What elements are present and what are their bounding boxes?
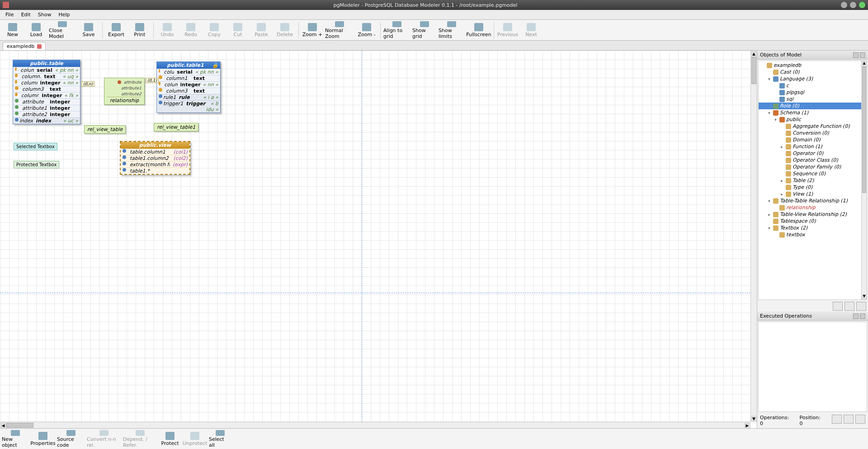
convert-rel-button[interactable]: Convert n-n rel. — [86, 430, 122, 449]
scroll-right-arrow[interactable]: ▶ — [744, 422, 750, 428]
scroll-thumb[interactable] — [6, 423, 33, 428]
view-object[interactable]: public.view table.column1(col1)table1.co… — [120, 141, 190, 175]
canvas-vertical-scrollbar[interactable]: ▲ ▼ — [750, 51, 757, 422]
tree-node[interactable]: Operator Family (0) — [759, 164, 867, 170]
delete-button[interactable]: Delete — [274, 21, 296, 40]
tree-node[interactable]: exampledb — [759, 62, 867, 69]
expand-icon[interactable]: ▾ — [767, 199, 772, 203]
operations-list[interactable] — [758, 322, 867, 412]
ops-clear-button[interactable] — [855, 415, 865, 424]
new-object-button[interactable]: New object — [1, 430, 29, 449]
tree-node[interactable]: textbox — [759, 231, 867, 238]
minimize-button[interactable] — [841, 2, 847, 8]
tree-node[interactable]: ▸Table-View Relationship (2) — [759, 211, 867, 218]
tree-node[interactable]: ▸Function (1) — [759, 143, 867, 150]
menu-help[interactable]: Help — [55, 11, 73, 19]
zoom-out-button[interactable]: Zoom - — [355, 21, 378, 40]
panel-menu-button[interactable] — [853, 313, 859, 319]
relationship-label[interactable]: attribute attribute1 attribute2 relation… — [104, 78, 145, 105]
scroll-up-arrow[interactable]: ▲ — [751, 51, 757, 57]
expand-icon[interactable]: ▾ — [767, 111, 772, 115]
tree-node[interactable]: Role (0) — [759, 103, 867, 109]
next-button[interactable]: Next — [520, 21, 542, 40]
tree-collapse-button[interactable] — [833, 302, 843, 311]
tree-node[interactable]: Domain (0) — [759, 136, 867, 143]
model-tab[interactable]: exampledb — [3, 42, 46, 50]
scroll-down-arrow[interactable]: ▼ — [751, 416, 757, 422]
tree-node[interactable]: ▾public — [759, 116, 867, 123]
expand-icon[interactable]: ▸ — [779, 192, 784, 196]
canvas-horizontal-scrollbar[interactable]: ◀ ▶ — [0, 422, 750, 428]
tree-node[interactable]: Tablespace (0) — [759, 218, 867, 224]
depend-refer-button[interactable]: Depend. / Refer. — [123, 430, 158, 449]
tree-list-button[interactable] — [856, 302, 866, 311]
tree-node[interactable]: ▸View (1) — [759, 191, 867, 197]
tree-node[interactable]: ▾Table-Table Relationship (1) — [759, 197, 867, 204]
tree-node[interactable]: Cast (0) — [759, 69, 867, 75]
table-object[interactable]: public.table columnserial« pk nn »column… — [13, 60, 80, 124]
close-window-button[interactable] — [859, 2, 865, 8]
selected-textbox[interactable]: Selected Textbox — [14, 143, 57, 150]
expand-icon[interactable]: ▾ — [767, 226, 772, 230]
tree-node[interactable]: Sequence (0) — [759, 170, 867, 177]
unprotect-button[interactable]: Unprotect — [182, 430, 208, 449]
previous-button[interactable]: Previous — [496, 21, 519, 40]
align-to-grid-button[interactable]: Align to grid — [383, 21, 411, 40]
panel-close-button[interactable] — [860, 313, 865, 319]
model-canvas[interactable]: public.table columnserial« pk nn »column… — [0, 51, 750, 422]
relview-label[interactable]: rel_view_table — [84, 125, 126, 134]
tree-node[interactable]: Conversion (0) — [759, 130, 867, 136]
panel-close-button[interactable] — [860, 52, 865, 58]
normal-zoom-button[interactable]: Normal Zoom — [325, 21, 354, 40]
copy-button[interactable]: Copy — [203, 21, 226, 40]
menu-show[interactable]: Show — [34, 11, 55, 19]
ops-undo-button[interactable] — [832, 415, 842, 424]
export-button[interactable]: Export — [105, 21, 127, 40]
tree-node[interactable]: plpgsql — [759, 89, 867, 96]
menu-file[interactable]: File — [2, 11, 17, 19]
tree-expand-button[interactable] — [844, 302, 854, 311]
table-object[interactable]: public.table1 🔒 columnserial« pk nn »col… — [156, 61, 221, 113]
menu-edit[interactable]: Edit — [17, 11, 34, 19]
load-button[interactable]: Load — [25, 21, 47, 40]
undo-button[interactable]: Undo — [156, 21, 179, 40]
expand-icon[interactable]: ▸ — [779, 178, 784, 183]
zoom-in-button[interactable]: Zoom + — [301, 21, 324, 40]
expand-icon[interactable]: ▾ — [773, 117, 778, 122]
objects-tree[interactable]: exampledbCast (0)▾Language (3)cplpgsqlsq… — [758, 61, 867, 300]
scroll-up-arrow[interactable]: ▲ — [862, 61, 867, 66]
show-limits-button[interactable]: Show limits — [438, 21, 465, 40]
close-tab-icon[interactable] — [37, 44, 42, 49]
maximize-button[interactable] — [850, 2, 856, 8]
tree-node[interactable]: ▾Language (3) — [759, 75, 867, 82]
tree-node[interactable]: relationship — [759, 204, 867, 211]
show-grid-button[interactable]: Show grid — [412, 21, 437, 40]
scroll-thumb[interactable] — [751, 57, 756, 84]
save-button[interactable]: Save — [77, 21, 100, 40]
tree-node[interactable]: ▸Table (2) — [759, 177, 867, 184]
protected-textbox[interactable]: Protected Textbox — [14, 161, 59, 168]
paste-button[interactable]: Paste — [250, 21, 273, 40]
panel-menu-button[interactable] — [853, 52, 859, 58]
close-model-button[interactable]: Close Model — [48, 21, 76, 40]
relview-label[interactable]: rel_view_table1 — [154, 123, 198, 131]
tree-node[interactable]: c — [759, 82, 867, 89]
expand-icon[interactable]: ▸ — [779, 145, 784, 149]
ops-redo-button[interactable] — [844, 415, 854, 424]
tree-node[interactable]: sql — [759, 96, 867, 103]
expand-icon[interactable]: ▾ — [767, 77, 772, 81]
new-button[interactable]: New — [1, 21, 24, 40]
properties-button[interactable]: Properties — [30, 430, 56, 449]
cut-button[interactable]: Cut — [226, 21, 249, 40]
redo-button[interactable]: Redo — [179, 21, 202, 40]
select-all-button[interactable]: Select all — [208, 430, 232, 449]
scroll-thumb[interactable] — [862, 66, 866, 193]
tree-node[interactable]: Aggregate Function (0) — [759, 123, 867, 130]
tree-node[interactable]: ▾Textbox (2) — [759, 224, 867, 231]
source-code-button[interactable]: Source code — [57, 430, 85, 449]
expand-icon[interactable]: ▸ — [767, 212, 772, 217]
protect-button[interactable]: Protect — [159, 430, 181, 449]
tree-node[interactable]: Operator Class (0) — [759, 157, 867, 164]
scroll-left-arrow[interactable]: ◀ — [0, 422, 6, 428]
print-button[interactable]: Print — [128, 21, 151, 40]
